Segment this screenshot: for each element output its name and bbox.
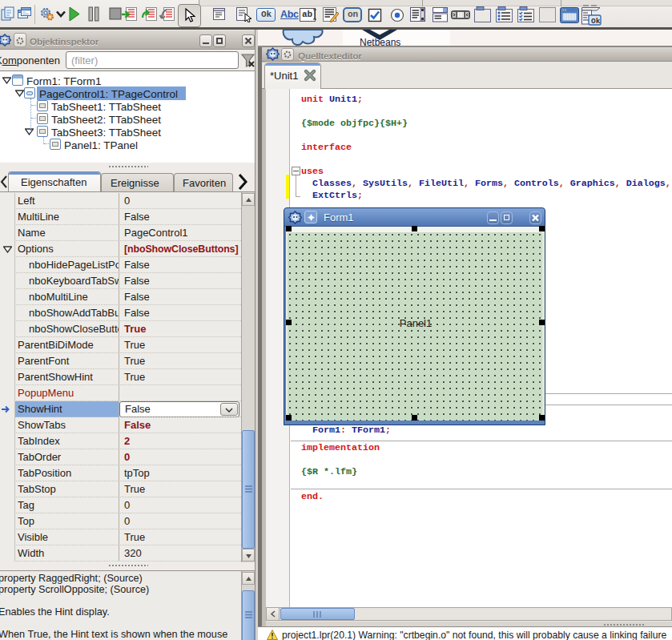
svg-text:Ok: Ok: [591, 17, 601, 26]
